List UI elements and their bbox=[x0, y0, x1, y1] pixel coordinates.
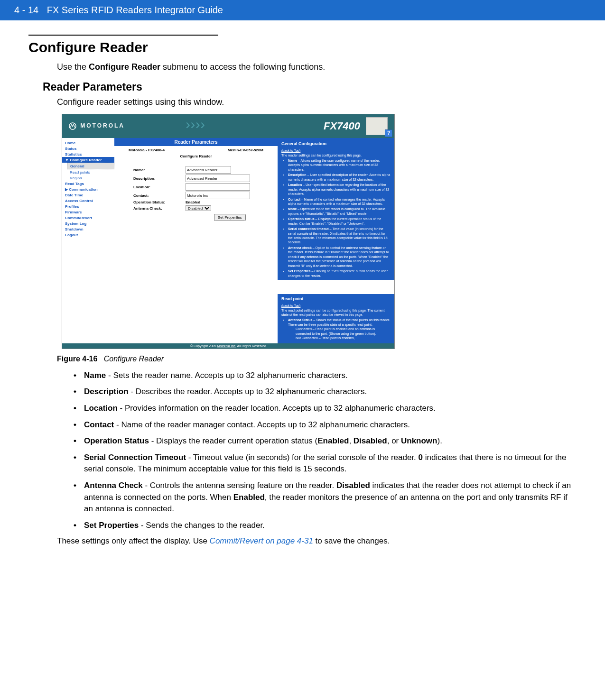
list-item: Name - Sets the reader name. Accepts up … bbox=[74, 370, 577, 382]
help-readpoint-intro: The read point settings can be configure… bbox=[281, 308, 391, 317]
name-label: Name: bbox=[133, 168, 186, 172]
device-id-left: Motorola - FX7400-4 bbox=[129, 148, 165, 152]
side-menu: Home Status Statistics ▼ Configure Reade… bbox=[62, 138, 114, 343]
brand: MOTOROLA bbox=[69, 122, 125, 130]
location-input[interactable] bbox=[186, 183, 250, 191]
main-pane: Reader Parameters Motorola - FX7400-4 Me… bbox=[114, 138, 278, 343]
subsection-intro: Configure reader settings using this win… bbox=[57, 97, 577, 107]
pane-subtitle: Configure Reader bbox=[129, 154, 263, 158]
nav-configure-reader[interactable]: ▼ Configure Reader bbox=[62, 157, 114, 163]
description-label: Description: bbox=[133, 176, 186, 181]
section-title: Configure Reader bbox=[28, 39, 577, 55]
nav-home[interactable]: Home bbox=[62, 140, 114, 146]
opstatus-value: Enabled bbox=[186, 200, 200, 204]
nav-read-points[interactable]: Read points bbox=[62, 169, 114, 175]
nav-firmware[interactable]: Firmware bbox=[62, 209, 114, 215]
model-label: FX7400 bbox=[324, 120, 360, 132]
list-item: Contact - Name of the reader manager con… bbox=[74, 419, 577, 431]
page-number: 4 - 14 bbox=[14, 5, 38, 15]
page-header: 4 - 14 FX Series RFID Readers Integrator… bbox=[0, 0, 605, 20]
help-general-list: Name – Allows setting the user configure… bbox=[288, 158, 391, 278]
help-readpoint-title: Read point bbox=[281, 296, 391, 302]
motorola-logo-icon bbox=[69, 122, 76, 130]
figure-caption: Figure 4-16 Configure Reader bbox=[57, 355, 577, 363]
nav-general[interactable]: General bbox=[67, 163, 114, 169]
commit-revert-link[interactable]: Commit/Revert on page 4-31 bbox=[210, 536, 313, 545]
nav-commit-revert[interactable]: Commit/Revert bbox=[62, 215, 114, 221]
location-label: Location: bbox=[133, 185, 186, 189]
screenshot: MOTOROLA › › › › FX7400 Home Status Stat… bbox=[62, 114, 395, 349]
nav-profiles[interactable]: Profiles bbox=[62, 203, 114, 209]
footnote: These settings only affect the display. … bbox=[57, 536, 577, 546]
back-to-top-link-2[interactable]: (back to Top) bbox=[281, 304, 300, 307]
screenshot-footer: © Copyright 2009 Motorola Inc. All Right… bbox=[62, 343, 394, 349]
antenna-select[interactable]: Disabled bbox=[186, 205, 211, 211]
section-rule bbox=[28, 35, 218, 36]
nav-access-control[interactable]: Access Control bbox=[62, 198, 114, 203]
nav-shutdown[interactable]: Shutdown bbox=[62, 226, 114, 232]
help-general-intro: The reader settings can be configured us… bbox=[281, 153, 391, 157]
nav-region[interactable]: Region bbox=[62, 175, 114, 181]
section-intro: Use the Configure Reader submenu to acce… bbox=[57, 62, 577, 72]
description-input[interactable] bbox=[186, 175, 250, 182]
nav-communication[interactable]: ▶ Communication bbox=[62, 186, 114, 192]
name-input[interactable] bbox=[186, 166, 231, 174]
contact-input[interactable] bbox=[186, 192, 250, 199]
help-icon[interactable]: ? bbox=[385, 129, 392, 137]
back-to-top-link[interactable]: (back to Top) bbox=[281, 149, 300, 152]
guide-title: FX Series RFID Readers Integrator Guide bbox=[47, 5, 223, 15]
list-item: Set Properties - Sends the changes to th… bbox=[74, 520, 577, 532]
list-item: Description - Describes the reader. Acce… bbox=[74, 386, 577, 398]
opstatus-label: Operation Status: bbox=[133, 200, 186, 204]
list-item: Serial Connection Timeout - Timeout valu… bbox=[74, 452, 577, 475]
set-properties-button[interactable]: Set Properties bbox=[214, 214, 246, 221]
parameters-list: Name - Sets the reader name. Accepts up … bbox=[74, 370, 577, 532]
list-item: Antenna Check - Controls the antenna sen… bbox=[74, 480, 577, 515]
nav-read-tags[interactable]: Read Tags bbox=[62, 181, 114, 186]
contact-label: Contact: bbox=[133, 193, 186, 198]
help-general-title: General Configuration bbox=[281, 141, 391, 147]
nav-status[interactable]: Status bbox=[62, 146, 114, 151]
nav-system-log[interactable]: System Log bbox=[62, 221, 114, 226]
device-id-right: Merlin-EV-057-520M bbox=[228, 148, 263, 152]
nav-logout[interactable]: Logout bbox=[62, 232, 114, 238]
antenna-label: Antenna Check: bbox=[133, 206, 186, 211]
list-item: Location - Provides information on the r… bbox=[74, 403, 577, 414]
subsection-title: Reader Parameters bbox=[43, 81, 577, 93]
nav-statistics[interactable]: Statistics bbox=[62, 151, 114, 157]
chevrons-icon: › › › › bbox=[186, 116, 203, 132]
screenshot-banner: MOTOROLA › › › › FX7400 bbox=[62, 114, 394, 138]
list-item: Operation Status - Displays the reader c… bbox=[74, 435, 577, 447]
help-pane: ? General Configuration (back to Top) Th… bbox=[278, 138, 394, 343]
nav-date-time[interactable]: Date Time bbox=[62, 192, 114, 198]
pane-title: Reader Parameters bbox=[114, 138, 278, 146]
